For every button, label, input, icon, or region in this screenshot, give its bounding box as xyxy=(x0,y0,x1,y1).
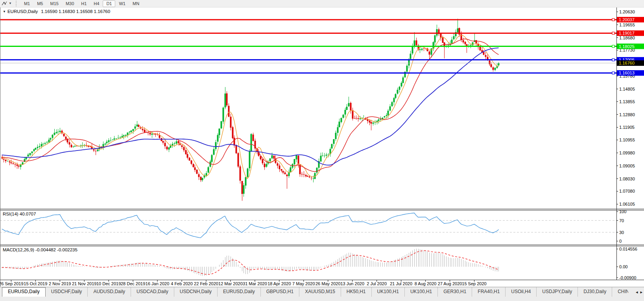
svg-text:16 Jan 2020: 16 Jan 2020 xyxy=(146,281,170,286)
svg-text:100: 100 xyxy=(619,209,626,214)
timeframe-button-m1[interactable]: M1 xyxy=(20,0,33,7)
timeframe-button-w1[interactable]: W1 xyxy=(115,0,129,7)
svg-text:21 Nov 2019: 21 Nov 2019 xyxy=(72,281,96,286)
chart-tab-uk100-h1[interactable]: UK100,H1 xyxy=(405,287,438,297)
svg-text:0.00: 0.00 xyxy=(619,264,627,269)
svg-text:1.09980: 1.09980 xyxy=(619,150,635,155)
svg-text:70: 70 xyxy=(619,218,624,223)
svg-text:7 May 2020: 7 May 2020 xyxy=(292,281,315,286)
chart-tab-uk100-h1[interactable]: UK100,H1 xyxy=(372,287,405,297)
current-price-tag[interactable]: 1.16760 xyxy=(617,60,644,66)
svg-text:15 Sep 2020: 15 Sep 2020 xyxy=(462,281,486,286)
price-tag-1.18025[interactable]: 1.18025 xyxy=(617,44,644,49)
svg-text:1.20630: 1.20630 xyxy=(619,9,635,14)
svg-text:4 Feb 2020: 4 Feb 2020 xyxy=(171,281,193,286)
line-handle[interactable] xyxy=(612,32,614,34)
svg-text:30: 30 xyxy=(619,230,624,235)
toolbar: ▼ M1M5M15M30H1H4D1W1MN xyxy=(0,0,644,7)
svg-text:21 Jul 2020: 21 Jul 2020 xyxy=(390,281,412,286)
svg-text:28 Dec 2019: 28 Dec 2019 xyxy=(121,281,145,286)
chart-tab-usdcnh-daily[interactable]: USDCNH,Daily xyxy=(174,287,218,297)
caret-down-icon: ▼ xyxy=(9,0,12,7)
svg-text:18 Apr 2020: 18 Apr 2020 xyxy=(268,281,291,286)
svg-text:1.18680: 1.18680 xyxy=(619,35,635,40)
svg-text:2 Nov 2019: 2 Nov 2019 xyxy=(49,281,71,286)
svg-text:27 Aug 2020: 27 Aug 2020 xyxy=(438,281,462,286)
chart-title: ▼EURUSD,Daily1.16590 1.16830 1.16508 1.1… xyxy=(3,9,110,14)
chart-tab-usdcad-daily[interactable]: USDCAD,Daily xyxy=(131,287,174,297)
line-handle[interactable] xyxy=(612,19,614,21)
chart-tab-hk50-h1[interactable]: HK50,H1 xyxy=(341,287,372,297)
chart-tab-xauusd-m15[interactable]: XAUUSD,M15 xyxy=(299,287,341,297)
chart-tab-usdjpy-daily[interactable]: USDJPY,Daily xyxy=(537,287,578,297)
timeframe-buttons: M1M5M15M30H1H4D1W1MN xyxy=(20,0,143,7)
svg-text:31 Mar 2020: 31 Mar 2020 xyxy=(243,281,267,286)
chart-tab-eurusd-daily[interactable]: EURUSD,Daily xyxy=(2,287,46,297)
svg-text:1.11905: 1.11905 xyxy=(619,125,635,130)
line-handle[interactable] xyxy=(612,59,614,61)
timeframe-button-mn[interactable]: MN xyxy=(129,0,143,7)
chart-tab-bar: EURUSD,DailyUSDCHF,DailyAUDUSD,DailyUSDC… xyxy=(0,287,644,301)
svg-text:15 Oct 2019: 15 Oct 2019 xyxy=(24,281,47,286)
svg-text:1.07080: 1.07080 xyxy=(619,189,635,193)
collapse-chart-icon[interactable]: ▼ xyxy=(3,10,6,13)
chart-tab-eurusd-daily[interactable]: EURUSD,Daily xyxy=(218,287,261,297)
svg-text:1.13855: 1.13855 xyxy=(619,99,635,104)
svg-text:1.16013: 1.16013 xyxy=(619,71,635,75)
chart-tab-audusd-daily[interactable]: AUDUSD,Daily xyxy=(88,287,131,297)
chart-tab-china300-h1[interactable]: CHINA300,H1 xyxy=(612,287,628,297)
svg-text:1.10955: 1.10955 xyxy=(619,137,635,142)
svg-text:1.14805: 1.14805 xyxy=(619,87,635,91)
price-tag-1.19017[interactable]: 1.19017 xyxy=(617,30,644,36)
svg-text:1.19655: 1.19655 xyxy=(619,22,635,27)
timeframe-button-h4[interactable]: H4 xyxy=(90,0,103,7)
svg-text:8 Aug 2020: 8 Aug 2020 xyxy=(415,281,437,286)
chart-tab-usoil-h4[interactable]: USOil,H4 xyxy=(506,287,537,297)
svg-text:12 Mar 2020: 12 Mar 2020 xyxy=(218,281,243,286)
tab-scroll-left-icon[interactable]: ◂ xyxy=(636,288,638,296)
svg-text:1.18025: 1.18025 xyxy=(619,44,635,49)
svg-text:10 Dec 2019: 10 Dec 2019 xyxy=(96,281,121,286)
chart-tabs: EURUSD,DailyUSDCHF,DailyAUDUSD,DailyUSDC… xyxy=(0,287,628,297)
chart-tab-usdchf-daily[interactable]: USDCHF,Daily xyxy=(46,287,88,297)
chart-tab-gbpusd-h1[interactable]: GBPUSD,H1 xyxy=(261,287,299,297)
svg-text:1.06105: 1.06105 xyxy=(619,202,635,206)
svg-text:1.12880: 1.12880 xyxy=(619,112,635,117)
tab-scroll-right-icon[interactable]: ▸ xyxy=(640,288,642,296)
price-tag-1.16013[interactable]: 1.16013 xyxy=(617,70,644,76)
svg-text:22 Feb 2020: 22 Feb 2020 xyxy=(194,281,218,286)
svg-text:13 Jun 2020: 13 Jun 2020 xyxy=(340,281,364,286)
chart-tab-ger30-h1[interactable]: GER30,H1 xyxy=(438,287,472,297)
toolbar-grip[interactable] xyxy=(16,1,18,6)
timeframe-button-d1[interactable]: D1 xyxy=(103,0,115,7)
svg-text:1.08030: 1.08030 xyxy=(619,177,635,181)
line-studies-tool-button[interactable]: ▼ xyxy=(0,0,13,7)
timeframe-button-h1[interactable]: H1 xyxy=(78,0,90,7)
svg-text:1.19017: 1.19017 xyxy=(619,31,635,35)
chart-canvas[interactable]: 1.206301.196551.186801.177301.157801.148… xyxy=(0,0,644,287)
svg-text:0: 0 xyxy=(619,239,622,243)
chart-tab-dj30-daily[interactable]: DJ30,Daily xyxy=(578,287,612,297)
rsi-indicator-label: RSI(14) 40.0707 xyxy=(3,212,36,216)
chart-tab-fra40-h1[interactable]: FRA40,H1 xyxy=(472,287,506,297)
macd-indicator-label: MACD(12,26,9) -0.004482 -0.002235 xyxy=(3,247,78,252)
line-handle[interactable] xyxy=(612,45,614,48)
svg-text:-0.00900: -0.00900 xyxy=(619,275,636,280)
svg-text:1.16760: 1.16760 xyxy=(619,61,635,65)
tab-scroll-arrows: ◂ ▸ xyxy=(628,287,644,297)
chart-symbol-period: EURUSD,Daily xyxy=(7,9,38,14)
line-handle[interactable] xyxy=(612,72,614,74)
chart-ohlc-values: 1.16590 1.16830 1.16508 1.16760 xyxy=(41,9,110,14)
svg-text:26 May 2020: 26 May 2020 xyxy=(316,281,341,286)
svg-text:26 Sep 2019: 26 Sep 2019 xyxy=(0,281,24,286)
svg-text:2 Jul 2020: 2 Jul 2020 xyxy=(367,281,387,286)
svg-text:0.014556: 0.014556 xyxy=(619,247,637,251)
svg-text:1.20037: 1.20037 xyxy=(619,17,635,22)
svg-text:1.09005: 1.09005 xyxy=(619,164,635,168)
timeframe-button-m5[interactable]: M5 xyxy=(33,0,46,7)
price-tag-1.20037[interactable]: 1.20037 xyxy=(617,17,644,22)
line-studies-icon xyxy=(2,1,7,6)
timeframe-button-m30[interactable]: M30 xyxy=(62,0,78,7)
timeframe-button-m15[interactable]: M15 xyxy=(46,0,62,7)
